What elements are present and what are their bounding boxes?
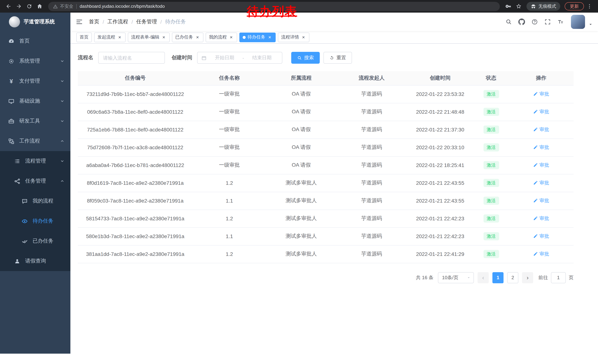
sidebar-item-label: 研发工具 [19,118,40,124]
task-id: 580e1b3d-7ac8-11ec-a9e2-a2380e71991a [78,227,193,245]
approve-link[interactable]: 审批 [533,162,549,169]
app-logo[interactable]: 芋道管理系统 [0,13,70,31]
home-icon[interactable] [35,1,44,11]
search-icon[interactable] [505,18,512,25]
prev-page-button[interactable]: ‹ [478,272,489,283]
breadcrumb-item[interactable]: 任务管理 [136,18,157,25]
sidebar-item-leave-query[interactable]: 请假查询 [0,251,70,271]
approve-link[interactable]: 审批 [533,126,549,133]
forward-icon[interactable] [14,1,24,11]
approve-link[interactable]: 审批 [533,144,549,151]
sidebar-menu: 首页系统管理¥支付管理基础设施研发工具工作流程流程管理任务管理我的流程待办任务已… [0,31,70,354]
security-label: 不安全 [60,3,73,9]
approve-link[interactable]: 审批 [533,91,549,97]
approve-link[interactable]: 审批 [533,215,549,222]
tab-label: 流程表单-编辑 [131,34,159,40]
sidebar-item-label: 请假查询 [25,258,46,264]
list-icon [14,158,20,164]
tab-todo-task[interactable]: 待办任务× [239,32,276,42]
avatar[interactable] [571,15,585,29]
tab-close-icon[interactable]: × [195,35,200,40]
tab-close-icon[interactable]: × [161,35,166,40]
status-badge: 激活 [483,90,499,98]
approve-link[interactable]: 审批 [533,251,549,257]
goto-page: 前往 页 [538,272,573,283]
approve-link[interactable]: 审批 [533,108,549,115]
sidebar-item-system-management[interactable]: 系统管理 [0,51,70,71]
sidebar-toggle-icon[interactable] [75,18,83,25]
next-page-button[interactable]: › [522,272,533,283]
process-name-input[interactable] [98,52,165,64]
breadcrumb-item[interactable]: 首页 [89,18,99,25]
create-time: 2022-01-22 23:53:32 [407,85,473,103]
goto-label: 前往 [538,274,548,281]
tab-label: 流程详情 [281,34,299,40]
sidebar-item-dev-tools[interactable]: 研发工具 [0,111,70,131]
tab-home[interactable]: 首页 [76,32,92,42]
sidebar-item-my-process[interactable]: 我的流程 [0,191,70,211]
table-row: 8f0d1619-7ac8-11ec-a9e2-a2380e71991a1.2测… [78,174,573,192]
tab-my-process[interactable]: 我的流程× [206,32,237,42]
workflow-icon [8,138,15,144]
tab-done-task[interactable]: 已办任务× [172,32,203,42]
edit-icon [533,252,538,256]
approve-link[interactable]: 审批 [533,197,549,204]
bookmark-star-icon[interactable] [514,1,523,11]
breadcrumb-item[interactable]: 工作流程 [108,18,128,25]
gear-icon [8,58,15,64]
process-name: OA 请假 [266,138,336,156]
update-button[interactable]: 更新 [565,2,584,10]
github-icon[interactable] [518,18,525,25]
column-header: 状态 [473,71,509,85]
approve-link[interactable]: 审批 [533,233,549,240]
tab-close-icon[interactable]: × [117,35,122,40]
reset-button[interactable]: 重置 [324,52,352,64]
font-size-icon[interactable] [557,18,564,25]
create-time-label: 创建时间 [172,54,192,61]
sidebar-item-process-management[interactable]: 流程管理 [0,151,70,171]
approve-link[interactable]: 审批 [533,180,549,186]
search-button[interactable]: 搜索 [291,52,320,64]
caret-down-icon[interactable] [588,22,593,27]
password-key-icon[interactable] [504,1,513,11]
url-text: dashboard.yudao.iocoder.cn/bpm/task/todo [80,4,165,9]
status-badge: 激活 [483,143,499,152]
tab-start-process[interactable]: 发起流程× [94,32,126,42]
sidebar-item-payment-management[interactable]: ¥支付管理 [0,71,70,91]
refresh-icon[interactable] [25,1,34,11]
sidebar-item-home[interactable]: 首页 [0,31,70,51]
page-button-2[interactable]: 2 [507,272,518,283]
task-id: 8f0d1619-7ac8-11ec-a9e2-a2380e71991a [78,174,193,192]
initiator: 芋道源码 [336,192,407,210]
tabs-bar: 首页发起流程×流程表单-编辑×已办任务×我的流程×待办任务×流程详情× [70,31,598,44]
tab-process-detail[interactable]: 流程详情× [278,32,309,42]
page-button-1[interactable]: 1 [492,272,504,283]
page-size-select[interactable]: 10条/页 [438,272,474,283]
chevron-down-icon [60,119,65,123]
help-icon[interactable] [531,18,538,25]
tab-close-icon[interactable]: × [229,35,234,40]
status-badge: 激活 [483,232,499,241]
sidebar-item-todo-task[interactable]: 待办任务 [0,211,70,231]
menu-dots-icon[interactable] [585,1,594,11]
filter-form: 流程名 创建时间 开始日期 - 结束日期 搜索 重 [78,52,590,64]
back-icon[interactable] [4,1,13,11]
date-range-picker[interactable]: 开始日期 - 结束日期 [197,52,282,64]
breadcrumb: 首页/工作流程/任务管理/待办任务 [89,18,186,25]
tab-close-icon[interactable]: × [267,35,272,40]
tab-process-form-edit[interactable]: 流程表单-编辑× [128,32,170,42]
goto-page-input[interactable] [551,272,566,283]
search-icon [297,55,302,60]
task-name: 一级审批 [193,138,266,156]
navbar-actions [505,15,593,29]
tab-close-icon[interactable]: × [301,35,306,40]
fullscreen-icon[interactable] [544,18,551,25]
annotation-overlay: 待办列表 [247,3,297,20]
sidebar-item-workflow[interactable]: 工作流程 [0,131,70,151]
sidebar-item-done-task[interactable]: 已办任务 [0,231,70,251]
security-chip[interactable]: 不安全 [53,3,73,9]
process-name-label: 流程名 [78,54,93,61]
sidebar-item-task-management[interactable]: 任务管理 [0,171,70,191]
status-badge: 激活 [483,108,499,116]
sidebar-item-infrastructure[interactable]: 基础设施 [0,91,70,111]
